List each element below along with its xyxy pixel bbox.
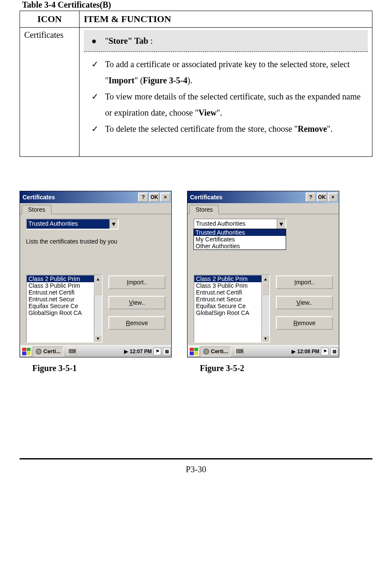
gear-icon [36, 349, 42, 354]
list-item: ✓ To delete the selected certificate fro… [88, 121, 364, 137]
option-item[interactable]: My Certificates [194, 236, 286, 243]
header-icon: ICON [20, 11, 80, 28]
taskbar-item[interactable]: Certi... [33, 346, 63, 357]
option-item[interactable]: Other Authorities [194, 243, 286, 249]
remove-button[interactable]: Remove [108, 316, 165, 330]
list-item[interactable]: GlobalSign Root CA [27, 309, 94, 316]
help-button[interactable]: ? [138, 193, 148, 202]
text: ". [327, 124, 332, 133]
list-item: ✓ To view more details of the selected c… [88, 88, 364, 121]
quote-open: " [105, 36, 108, 45]
text: " ( [134, 76, 143, 85]
function-cell: ● "Store" Tab : ✓ To add a certificate o… [80, 28, 372, 157]
icon-cell: Certificates [20, 28, 80, 157]
view-button[interactable]: View.. [276, 296, 333, 309]
certificates-table: ICON ITEM & FUNCTION Certificates ● "Sto… [20, 11, 372, 157]
list-item[interactable]: Equifax Secure Ce [27, 303, 94, 309]
bold-view: View [199, 108, 217, 117]
import-button[interactable]: Import.. [108, 275, 165, 289]
scroll-down-icon[interactable]: ▼ [262, 335, 269, 342]
list-item[interactable]: Class 3 Public Prim [27, 282, 94, 289]
certificates-listbox[interactable]: Class 2 Public Prim Class 3 Public Prim … [193, 275, 270, 343]
start-button[interactable] [21, 346, 32, 357]
combobox-value: Trusted Authorities [27, 219, 109, 229]
close-button[interactable]: × [328, 193, 338, 202]
store-combobox[interactable]: Trusted Authorities ▼ [26, 218, 119, 230]
scrollbar[interactable]: ▲ ▼ [261, 275, 269, 342]
figure-caption-left: Figure 3-5-1 [20, 363, 172, 373]
titlebar: Certificates ? OK × [187, 191, 339, 203]
text: ". [216, 108, 222, 117]
ok-button[interactable]: OK [149, 193, 159, 202]
tray-icon[interactable]: ▧ [330, 348, 338, 355]
window-title: Certificates [190, 194, 305, 201]
tray-arrow-icon[interactable]: ▶ [124, 349, 128, 354]
colon: : [148, 36, 153, 45]
clock: 12:08 PM [297, 349, 319, 354]
tray-icon[interactable]: ⚑ [153, 348, 161, 355]
list-item: ✓ To add a certificate or associated pri… [88, 56, 364, 88]
option-item[interactable]: Trusted Authorities [194, 229, 286, 236]
sip-icon[interactable]: ⌨ [235, 347, 244, 356]
scroll-thumb[interactable] [94, 282, 102, 295]
tray-arrow-icon[interactable]: ▶ [292, 349, 295, 354]
start-button[interactable] [188, 346, 199, 357]
table-title: Table 3-4 Certificates(B) [20, 0, 372, 10]
help-button[interactable]: ? [306, 193, 316, 202]
ok-button[interactable]: OK [317, 193, 327, 202]
tab-word: " Tab [128, 36, 148, 45]
scroll-thumb[interactable] [262, 282, 269, 295]
page-number: P3-30 [20, 459, 372, 479]
bullet-icon: ● [88, 33, 105, 49]
chevron-down-icon[interactable]: ▼ [277, 219, 285, 229]
tray-icon[interactable]: ▧ [163, 348, 170, 355]
function-list: ✓ To add a certificate or associated pri… [84, 52, 368, 154]
certificates-listbox[interactable]: Class 2 Public Prim Class 3 Public Prim … [26, 275, 102, 343]
tabs-row: Stores [187, 203, 339, 214]
chevron-down-icon[interactable]: ▼ [109, 219, 118, 229]
scroll-up-icon[interactable]: ▲ [262, 275, 269, 282]
tray-icon[interactable]: ⚑ [321, 348, 329, 355]
view-button[interactable]: View.. [108, 296, 165, 309]
scrollbar[interactable]: ▲ ▼ [94, 275, 102, 342]
list-item[interactable]: GlobalSign Root CA [194, 309, 261, 316]
list-item[interactable]: Entrust.net Secur [27, 296, 94, 303]
scroll-up-icon[interactable]: ▲ [94, 275, 102, 282]
close-button[interactable]: × [160, 193, 170, 202]
bold-import: Import [108, 76, 134, 85]
text: ). [187, 76, 193, 85]
scroll-down-icon[interactable]: ▼ [94, 335, 102, 342]
text: To delete the selected certificate from … [105, 124, 298, 133]
window-title: Certificates [23, 194, 137, 201]
list-item[interactable]: Class 2 Public Prim [27, 275, 94, 282]
sip-icon[interactable]: ⌨ [68, 347, 76, 356]
combobox-dropdown[interactable]: Trusted Authorities My Certificates Othe… [193, 229, 286, 250]
remove-button[interactable]: Remove [276, 316, 333, 330]
text: To view more details of the selected cer… [105, 92, 361, 117]
store-description: Lists the certificates trusted by you [26, 237, 165, 246]
certificates-window-right: Certificates ? OK × Stores Trusted Autho… [187, 191, 339, 357]
store-tab-heading: ● "Store" Tab : [84, 30, 368, 52]
list-item[interactable]: Entrust.net Certifi [194, 289, 261, 296]
import-button[interactable]: Import.. [276, 275, 333, 289]
list-item[interactable]: Entrust.net Certifi [27, 289, 94, 296]
gear-icon [203, 349, 209, 354]
taskbar: Certi... ⌨ ▶12:07 PM⚑▧ [20, 345, 171, 357]
combobox-value: Trusted Authorities [194, 219, 277, 229]
list-item[interactable]: Class 3 Public Prim [194, 282, 261, 289]
check-icon: ✓ [88, 121, 105, 137]
store-combobox[interactable]: Trusted Authorities ▼ [193, 218, 286, 230]
certificates-window-left: Certificates ? OK × Stores Trusted Autho… [20, 191, 172, 357]
list-item[interactable]: Class 2 Public Prim [194, 275, 261, 282]
header-func: ITEM & FUNCTION [80, 11, 372, 28]
clock: 12:07 PM [130, 349, 152, 354]
taskbar-item[interactable]: Certi... [200, 346, 231, 357]
tabs-row: Stores [20, 203, 171, 214]
tab-stores[interactable]: Stores [189, 205, 219, 214]
list-item[interactable]: Entrust.net Secur [194, 296, 261, 303]
titlebar: Certificates ? OK × [20, 191, 171, 203]
taskbar: Certi... ⌨ ▶12:08 PM⚑▧ [187, 345, 339, 357]
check-icon: ✓ [88, 56, 105, 88]
list-item[interactable]: Equifax Secure Ce [194, 303, 261, 309]
tab-stores[interactable]: Stores [22, 205, 51, 214]
